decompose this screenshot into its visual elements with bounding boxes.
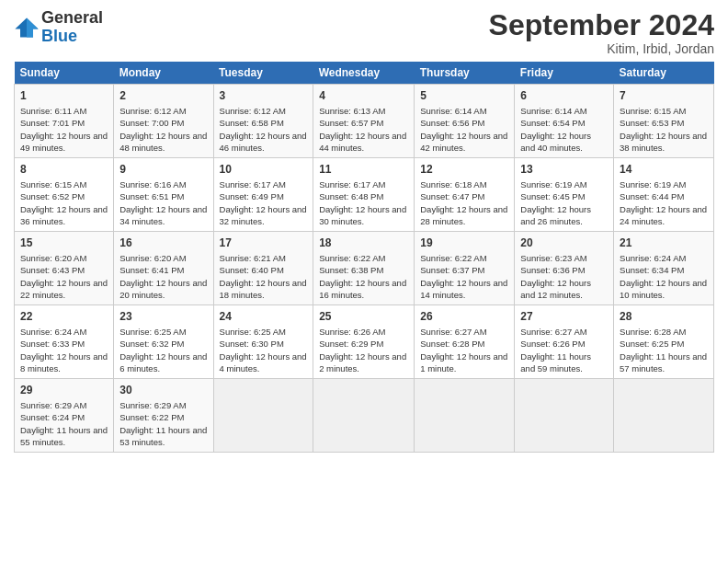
daylight-label: Daylight: 12 hours and 49 minutes.	[20, 131, 108, 153]
table-row: 29Sunrise: 6:29 AMSunset: 6:24 PMDayligh…	[15, 379, 114, 453]
table-row: 21Sunrise: 6:24 AMSunset: 6:34 PMDayligh…	[614, 232, 714, 305]
sunrise-text: Sunrise: 6:15 AM	[20, 179, 86, 190]
sunrise-text: Sunrise: 6:18 AM	[420, 179, 486, 190]
day-number: 28	[620, 309, 708, 325]
table-row: 19Sunrise: 6:22 AMSunset: 6:37 PMDayligh…	[415, 232, 515, 305]
sunset-text: Sunset: 6:22 PM	[119, 412, 184, 422]
col-tuesday: Tuesday	[213, 62, 313, 85]
sunrise-text: Sunrise: 6:20 AM	[20, 253, 86, 263]
day-number: 6	[520, 88, 608, 104]
col-saturday: Saturday	[614, 62, 714, 85]
sunrise-text: Sunrise: 6:19 AM	[520, 179, 586, 190]
daylight-label: Daylight: 12 hours and 36 minutes.	[20, 204, 108, 226]
sunrise-text: Sunrise: 6:27 AM	[420, 327, 486, 337]
table-row: 26Sunrise: 6:27 AMSunset: 6:28 PMDayligh…	[415, 305, 515, 379]
day-number: 26	[420, 309, 508, 325]
calendar-week-row: 29Sunrise: 6:29 AMSunset: 6:24 PMDayligh…	[15, 379, 714, 453]
day-number: 27	[520, 309, 608, 325]
sunrise-text: Sunrise: 6:19 AM	[620, 179, 686, 190]
daylight-label: Daylight: 12 hours and 32 minutes.	[220, 204, 307, 226]
table-row: 20Sunrise: 6:23 AMSunset: 6:36 PMDayligh…	[515, 232, 614, 305]
daylight-label: Daylight: 12 hours and 4 minutes.	[220, 351, 307, 373]
table-row: 14Sunrise: 6:19 AMSunset: 6:44 PMDayligh…	[614, 158, 714, 232]
sunrise-text: Sunrise: 6:26 AM	[319, 327, 385, 337]
sunrise-text: Sunrise: 6:22 AM	[319, 253, 385, 263]
sunset-text: Sunset: 7:01 PM	[20, 118, 85, 128]
table-row: 10Sunrise: 6:17 AMSunset: 6:49 PMDayligh…	[213, 158, 313, 232]
sunset-text: Sunset: 6:28 PM	[420, 339, 484, 349]
daylight-label: Daylight: 12 hours and 16 minutes.	[319, 278, 406, 300]
sunrise-text: Sunrise: 6:24 AM	[20, 327, 86, 337]
sunset-text: Sunset: 6:36 PM	[520, 265, 585, 275]
table-row: 7Sunrise: 6:15 AMSunset: 6:53 PMDaylight…	[614, 85, 714, 158]
sunset-text: Sunset: 6:29 PM	[319, 339, 383, 349]
day-number: 4	[319, 88, 408, 104]
table-row: 18Sunrise: 6:22 AMSunset: 6:38 PMDayligh…	[313, 232, 415, 305]
daylight-label: Daylight: 12 hours and 6 minutes.	[119, 351, 207, 373]
day-number: 12	[420, 162, 508, 178]
sunset-text: Sunset: 6:43 PM	[20, 265, 85, 275]
daylight-label: Daylight: 12 hours and 46 minutes.	[220, 131, 307, 153]
day-number: 29	[20, 383, 108, 398]
daylight-label: Daylight: 11 hours and 59 minutes.	[520, 351, 591, 373]
daylight-label: Daylight: 12 hours and 34 minutes.	[119, 204, 207, 226]
logo-icon	[14, 15, 40, 40]
sunrise-text: Sunrise: 6:29 AM	[20, 400, 86, 410]
daylight-label: Daylight: 12 hours and 24 minutes.	[620, 204, 707, 226]
table-row: 12Sunrise: 6:18 AMSunset: 6:47 PMDayligh…	[415, 158, 515, 232]
day-number: 11	[319, 162, 408, 178]
day-number: 22	[20, 309, 108, 325]
daylight-label: Daylight: 12 hours and 42 minutes.	[420, 131, 507, 153]
svg-marker-1	[27, 17, 39, 37]
sunrise-text: Sunrise: 6:13 AM	[319, 106, 385, 116]
calendar-week-row: 15Sunrise: 6:20 AMSunset: 6:43 PMDayligh…	[15, 232, 714, 305]
sunset-text: Sunset: 6:51 PM	[119, 191, 184, 201]
table-row: 4Sunrise: 6:13 AMSunset: 6:57 PMDaylight…	[313, 85, 415, 158]
table-row: 25Sunrise: 6:26 AMSunset: 6:29 PMDayligh…	[313, 305, 415, 379]
sunset-text: Sunset: 6:40 PM	[220, 265, 284, 275]
sunset-text: Sunset: 6:58 PM	[220, 118, 284, 128]
daylight-label: Daylight: 12 hours and 1 minute.	[420, 351, 507, 373]
col-friday: Friday	[515, 62, 614, 85]
day-number: 23	[119, 309, 207, 325]
sunrise-text: Sunrise: 6:15 AM	[620, 106, 686, 116]
sunrise-text: Sunrise: 6:14 AM	[520, 106, 586, 116]
table-row: 13Sunrise: 6:19 AMSunset: 6:45 PMDayligh…	[515, 158, 614, 232]
sunrise-text: Sunrise: 6:23 AM	[520, 253, 586, 263]
day-number: 13	[520, 162, 608, 178]
sunrise-text: Sunrise: 6:21 AM	[220, 253, 286, 263]
sunrise-text: Sunrise: 6:11 AM	[20, 106, 86, 116]
table-row: 5Sunrise: 6:14 AMSunset: 6:56 PMDaylight…	[415, 85, 515, 158]
table-row	[213, 379, 313, 453]
daylight-label: Daylight: 12 hours and 48 minutes.	[119, 131, 207, 153]
location-text: Kitim, Irbid, Jordan	[489, 41, 714, 56]
calendar-table: Sunday Monday Tuesday Wednesday Thursday…	[14, 62, 714, 453]
sunset-text: Sunset: 6:34 PM	[620, 265, 684, 275]
day-number: 5	[420, 88, 508, 104]
table-row	[415, 379, 515, 453]
sunrise-text: Sunrise: 6:29 AM	[119, 400, 186, 410]
logo-text: General Blue	[41, 9, 103, 46]
table-row: 27Sunrise: 6:27 AMSunset: 6:26 PMDayligh…	[515, 305, 614, 379]
day-number: 16	[119, 236, 207, 251]
daylight-label: Daylight: 12 hours and 10 minutes.	[620, 278, 707, 300]
sunset-text: Sunset: 6:24 PM	[20, 412, 85, 422]
daylight-label: Daylight: 12 hours and 40 minutes.	[520, 131, 591, 153]
sunset-text: Sunset: 6:52 PM	[20, 191, 85, 201]
daylight-label: Daylight: 12 hours and 8 minutes.	[20, 351, 108, 373]
day-number: 15	[20, 236, 108, 251]
sunrise-text: Sunrise: 6:28 AM	[620, 327, 686, 337]
col-monday: Monday	[114, 62, 213, 85]
calendar-week-row: 8Sunrise: 6:15 AMSunset: 6:52 PMDaylight…	[15, 158, 714, 232]
sunrise-text: Sunrise: 6:24 AM	[620, 253, 686, 263]
day-number: 8	[20, 162, 108, 178]
table-row: 23Sunrise: 6:25 AMSunset: 6:32 PMDayligh…	[114, 305, 213, 379]
table-row: 15Sunrise: 6:20 AMSunset: 6:43 PMDayligh…	[15, 232, 114, 305]
sunset-text: Sunset: 6:47 PM	[420, 191, 484, 201]
daylight-label: Daylight: 12 hours and 28 minutes.	[420, 204, 507, 226]
table-row: 9Sunrise: 6:16 AMSunset: 6:51 PMDaylight…	[114, 158, 213, 232]
daylight-label: Daylight: 12 hours and 12 minutes.	[520, 278, 591, 300]
sunrise-text: Sunrise: 6:17 AM	[319, 179, 385, 190]
day-number: 10	[220, 162, 308, 178]
daylight-label: Daylight: 11 hours and 53 minutes.	[119, 425, 207, 447]
